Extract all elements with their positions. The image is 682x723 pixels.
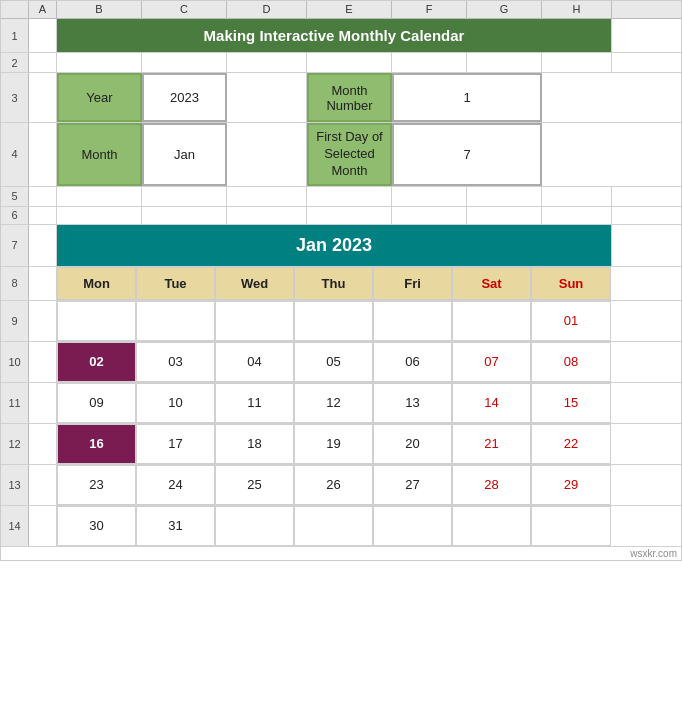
row-num-3: 3: [1, 73, 29, 122]
day-header-fri: Fri: [373, 267, 452, 300]
row-num-9: 9: [1, 301, 29, 341]
cal-w5-sat: 28: [452, 465, 531, 505]
cal-w3-sun: 15: [531, 383, 611, 423]
col-headers: A B C D E F G H: [1, 1, 681, 19]
day-header-sun: Sun: [531, 267, 611, 300]
first-day-value-cell: 7: [392, 123, 542, 186]
col-header-h: H: [542, 1, 612, 18]
row-3: 3 Year 2023 Month Number 1: [1, 73, 681, 123]
year-label: Year: [86, 90, 112, 105]
row-2: 2: [1, 53, 681, 73]
cal-w6-fri: [373, 506, 452, 546]
cell-a7: [29, 225, 57, 266]
cell-a11: [29, 383, 57, 423]
cell-b2: [57, 53, 142, 72]
cal-w6-mon: 30: [57, 506, 136, 546]
row-1: 1 Making Interactive Monthly Calendar: [1, 19, 681, 53]
month-label-cell: Month: [57, 123, 142, 186]
calendar-title-cell: Jan 2023: [57, 225, 612, 266]
cal-w2-sun: 08: [531, 342, 611, 382]
cal-w2-thu: 05: [294, 342, 373, 382]
day-mon: Mon: [83, 276, 110, 291]
cell-f6: [392, 207, 467, 224]
spreadsheet: A B C D E F G H 1 Making Interactive Mon…: [0, 0, 682, 561]
cell-a5: [29, 187, 57, 206]
year-value-cell: 2023: [142, 73, 227, 122]
col-header-e: E: [307, 1, 392, 18]
cell-e2: [307, 53, 392, 72]
cell-g2: [467, 53, 542, 72]
cal-w1-mon: [57, 301, 136, 341]
cal-w2-wed: 04: [215, 342, 294, 382]
cell-a14: [29, 506, 57, 546]
cell-title: Making Interactive Monthly Calendar: [57, 19, 612, 52]
cell-b5: [57, 187, 142, 206]
cal-w1-fri: [373, 301, 452, 341]
cal-w6-tue: 31: [136, 506, 215, 546]
row-8: 8 Mon Tue Wed Thu Fri Sat Sun: [1, 267, 681, 301]
cal-w4-tue: 17: [136, 424, 215, 464]
cell-c2: [142, 53, 227, 72]
cell-g5: [467, 187, 542, 206]
cal-w4-sat: 21: [452, 424, 531, 464]
cal-w1-wed: [215, 301, 294, 341]
cal-w6-wed: [215, 506, 294, 546]
row-4: 4 Month Jan First Day of Selected Month …: [1, 123, 681, 187]
cell-h5: [542, 187, 612, 206]
row-num-8: 8: [1, 267, 29, 300]
cal-w6-sat: [452, 506, 531, 546]
month-number-label-cell: Month Number: [307, 73, 392, 122]
col-header-d: D: [227, 1, 307, 18]
row-13: 13 23 24 25 26 27 28 29: [1, 465, 681, 506]
row-num-13: 13: [1, 465, 29, 505]
row-12: 12 16 17 18 19 20 21 22: [1, 424, 681, 465]
cell-a9: [29, 301, 57, 341]
cell-d5: [227, 187, 307, 206]
cal-w2-sat: 07: [452, 342, 531, 382]
row-11: 11 09 10 11 12 13 14 15: [1, 383, 681, 424]
row-num-5: 5: [1, 187, 29, 206]
month-number-label: Month Number: [309, 83, 390, 113]
cell-a10: [29, 342, 57, 382]
cell-c6: [142, 207, 227, 224]
cell-a4: [29, 123, 57, 186]
row-num-7: 7: [1, 225, 29, 266]
cal-w3-sat: 14: [452, 383, 531, 423]
cal-w4-sun: 22: [531, 424, 611, 464]
corner-cell: [1, 1, 29, 18]
cell-a2: [29, 53, 57, 72]
cell-e5: [307, 187, 392, 206]
row-14: 14 30 31: [1, 506, 681, 547]
month-value-cell: Jan: [142, 123, 227, 186]
cell-a3: [29, 73, 57, 122]
cell-d6: [227, 207, 307, 224]
watermark: wsxkr.com: [1, 547, 681, 560]
day-header-mon: Mon: [57, 267, 136, 300]
cal-w1-sat: [452, 301, 531, 341]
day-header-wed: Wed: [215, 267, 294, 300]
cell-g6: [467, 207, 542, 224]
title-bar: Making Interactive Monthly Calendar: [57, 19, 611, 52]
cell-a6: [29, 207, 57, 224]
cal-w5-sun: 29: [531, 465, 611, 505]
row-num-12: 12: [1, 424, 29, 464]
row-num-6: 6: [1, 207, 29, 224]
cal-w4-thu: 19: [294, 424, 373, 464]
cell-a8: [29, 267, 57, 300]
row-num-2: 2: [1, 53, 29, 72]
first-day-label-cell: First Day of Selected Month: [307, 123, 392, 186]
cell-a1: [29, 19, 57, 52]
cal-w6-thu: [294, 506, 373, 546]
cal-w3-mon: 09: [57, 383, 136, 423]
year-label-cell: Year: [57, 73, 142, 122]
month-value: Jan: [174, 147, 195, 162]
cell-a12: [29, 424, 57, 464]
day-tue: Tue: [164, 276, 186, 291]
row-10: 10 02 03 04 05 06 07 08: [1, 342, 681, 383]
cal-w5-fri: 27: [373, 465, 452, 505]
cal-w4-fri: 20: [373, 424, 452, 464]
cell-b6: [57, 207, 142, 224]
cal-w2-mon: 02: [57, 342, 136, 382]
day-header-sat: Sat: [452, 267, 531, 300]
watermark-text: wsxkr.com: [630, 548, 677, 559]
